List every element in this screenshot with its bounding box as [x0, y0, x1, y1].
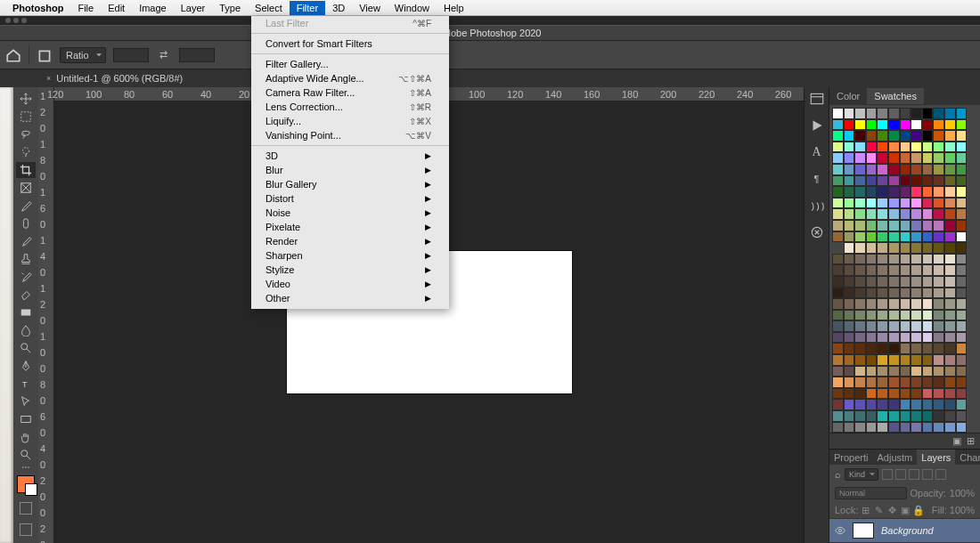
blur-tool[interactable]: [16, 322, 36, 338]
new-swatch-icon[interactable]: ⊞: [967, 435, 975, 447]
swatch[interactable]: [922, 164, 934, 175]
menu-view[interactable]: View: [352, 1, 388, 15]
swatch[interactable]: [956, 276, 968, 288]
swatch[interactable]: [866, 108, 878, 119]
filter-menu-item[interactable]: Video▶: [251, 277, 449, 291]
tab-properties[interactable]: Properti: [829, 450, 873, 466]
swatch[interactable]: [866, 264, 878, 276]
swatch[interactable]: [832, 186, 844, 198]
swatch[interactable]: [888, 388, 900, 400]
filter-menu-item[interactable]: Distort▶: [251, 191, 449, 206]
swatch[interactable]: [956, 298, 968, 310]
swatch[interactable]: [866, 119, 878, 131]
swatch[interactable]: [956, 399, 968, 410]
swatch[interactable]: [911, 310, 922, 321]
swatch[interactable]: [866, 175, 878, 187]
swatch[interactable]: [944, 152, 956, 164]
swatch[interactable]: [922, 377, 934, 388]
swatch[interactable]: [922, 175, 934, 187]
menu-file[interactable]: File: [70, 1, 101, 15]
swatch[interactable]: [956, 186, 968, 198]
swatch[interactable]: [877, 242, 888, 254]
swatch[interactable]: [854, 264, 866, 276]
swatch[interactable]: [900, 366, 911, 377]
home-icon[interactable]: [5, 48, 21, 62]
swatch[interactable]: [956, 366, 968, 377]
swatch[interactable]: [900, 298, 911, 310]
rectangle-tool[interactable]: [16, 411, 36, 427]
menu-edit[interactable]: Edit: [101, 1, 132, 15]
gradient-tool[interactable]: [16, 304, 36, 320]
swatch[interactable]: [944, 410, 956, 422]
swatch[interactable]: [944, 264, 956, 276]
swatch[interactable]: [933, 264, 944, 276]
swatch[interactable]: [944, 119, 956, 131]
swatch[interactable]: [922, 220, 934, 231]
lock-pixels-icon[interactable]: ✎: [874, 506, 883, 515]
swatch[interactable]: [832, 231, 844, 243]
swatch[interactable]: [877, 343, 888, 354]
tab-swatches[interactable]: Swatches: [867, 88, 924, 104]
swatch[interactable]: [911, 276, 922, 288]
eyedropper-tool[interactable]: [16, 198, 36, 214]
swatch[interactable]: [844, 343, 855, 354]
swatch[interactable]: [888, 254, 900, 265]
swatch[interactable]: [844, 108, 855, 119]
swatch[interactable]: [877, 377, 888, 388]
swatch[interactable]: [877, 354, 888, 366]
swatch[interactable]: [854, 231, 866, 243]
menu-type[interactable]: Type: [212, 1, 248, 15]
swatch[interactable]: [854, 343, 866, 354]
swatch[interactable]: [933, 208, 944, 220]
swatch[interactable]: [844, 399, 855, 410]
swatch[interactable]: [933, 119, 944, 131]
swatch[interactable]: [933, 354, 944, 366]
swatch[interactable]: [866, 130, 878, 142]
swatch[interactable]: [888, 343, 900, 354]
swatch[interactable]: [911, 254, 922, 265]
swatch[interactable]: [922, 264, 934, 276]
eraser-tool[interactable]: [16, 287, 36, 303]
menu-layer[interactable]: Layer: [174, 1, 213, 15]
swatch[interactable]: [933, 254, 944, 265]
swatch[interactable]: [933, 220, 944, 231]
swatch[interactable]: [956, 208, 968, 220]
swatch[interactable]: [844, 388, 855, 400]
swatch[interactable]: [854, 220, 866, 231]
swatch[interactable]: [866, 152, 878, 164]
swatch[interactable]: [922, 298, 934, 310]
swatch[interactable]: [832, 264, 844, 276]
swatch[interactable]: [933, 231, 944, 243]
swatch[interactable]: [900, 399, 911, 410]
filter-menu-item[interactable]: Lens Correction...⇧⌘R: [251, 100, 449, 114]
swatch[interactable]: [854, 332, 866, 344]
swatch[interactable]: [911, 377, 922, 388]
swatch[interactable]: [854, 354, 866, 366]
swatch[interactable]: [844, 422, 855, 433]
swatch[interactable]: [900, 310, 911, 321]
swatch[interactable]: [854, 130, 866, 142]
swatch[interactable]: [854, 366, 866, 377]
crop-tool[interactable]: [16, 162, 36, 178]
swatch[interactable]: [911, 320, 922, 332]
swatch[interactable]: [911, 108, 922, 119]
swatch[interactable]: [956, 152, 968, 164]
minimize-dot[interactable]: [13, 18, 19, 23]
swatch[interactable]: [911, 264, 922, 276]
swatch[interactable]: [888, 410, 900, 422]
lock-artboard-icon[interactable]: ▣: [901, 506, 910, 515]
swatch[interactable]: [933, 108, 944, 119]
tab-color[interactable]: Color: [829, 88, 867, 104]
swatch[interactable]: [832, 399, 844, 410]
swatch[interactable]: [888, 399, 900, 410]
filter-menu-item[interactable]: Liquify...⇧⌘X: [251, 114, 449, 128]
menu-filter[interactable]: Filter: [290, 1, 325, 15]
swatch[interactable]: [832, 130, 844, 142]
swatch[interactable]: [900, 130, 911, 142]
swatch[interactable]: [922, 366, 934, 377]
swatch[interactable]: [911, 388, 922, 400]
swatch[interactable]: [944, 377, 956, 388]
document-tab[interactable]: × Untitled-1 @ 600% (RGB/8#): [37, 70, 192, 86]
swatch[interactable]: [854, 152, 866, 164]
swatch[interactable]: [956, 410, 968, 422]
